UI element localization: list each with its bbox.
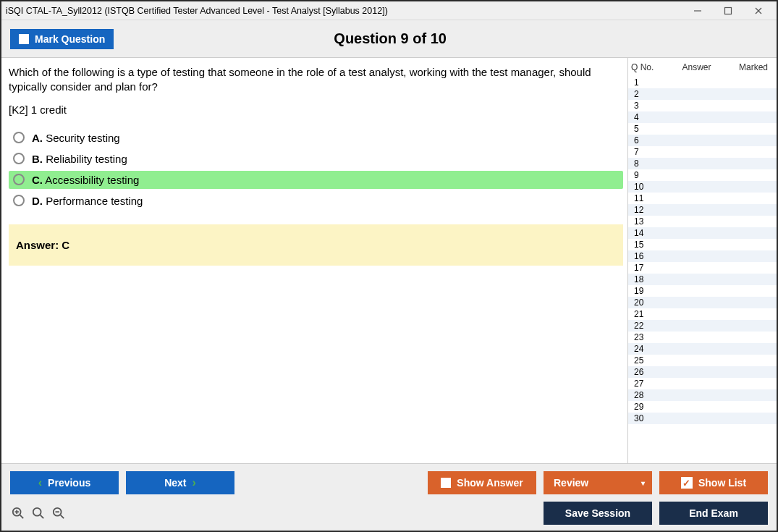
- end-exam-button[interactable]: End Exam: [659, 502, 768, 525]
- save-session-button[interactable]: Save Session: [544, 502, 652, 525]
- svg-point-8: [33, 508, 41, 516]
- footer-row-1: ‹ Previous Next › Show Answer Review ▾ ✓…: [10, 471, 768, 494]
- end-exam-label: End Exam: [689, 507, 738, 519]
- navigator-row[interactable]: 19: [628, 285, 777, 297]
- maximize-button[interactable]: [719, 4, 737, 18]
- navigator-row[interactable]: 9: [628, 169, 777, 181]
- option-label: A. Security testing: [32, 132, 120, 144]
- checkbox-checked-icon: ✓: [681, 477, 693, 489]
- navigator-row[interactable]: 10: [628, 181, 777, 193]
- title-bar: iSQI CTAL-TA_Syll2012 (ISTQB Certified T…: [1, 1, 777, 20]
- navigator-header: Q No. Answer Marked: [628, 58, 777, 77]
- mark-question-label: Mark Question: [35, 33, 105, 45]
- answer-box: Answer: C: [9, 224, 623, 266]
- svg-line-11: [61, 515, 64, 519]
- question-text: Which of the following is a type of test…: [9, 65, 623, 95]
- navigator-row[interactable]: 4: [628, 111, 777, 123]
- navigator-row[interactable]: 20: [628, 297, 777, 308]
- app-window: iSQI CTAL-TA_Syll2012 (ISTQB Certified T…: [0, 0, 778, 532]
- navigator-row[interactable]: 28: [628, 389, 777, 401]
- navigator-row[interactable]: 8: [628, 158, 777, 169]
- checkbox-icon: [441, 478, 451, 488]
- navigator-row[interactable]: 16: [628, 250, 777, 262]
- option-b[interactable]: B. Reliability testing: [9, 150, 623, 168]
- next-button[interactable]: Next ›: [126, 471, 234, 494]
- option-a[interactable]: A. Security testing: [9, 129, 623, 147]
- option-label: D. Performance testing: [32, 195, 143, 207]
- radio-icon: [13, 195, 25, 206]
- navigator-row[interactable]: 18: [628, 274, 777, 285]
- minimize-button[interactable]: [688, 4, 707, 18]
- mark-question-button[interactable]: Mark Question: [10, 29, 114, 49]
- navigator-row[interactable]: 13: [628, 216, 777, 227]
- col-marked: Marked: [733, 62, 774, 72]
- navigator-row[interactable]: 30: [628, 413, 777, 424]
- show-answer-button[interactable]: Show Answer: [428, 471, 536, 494]
- radio-icon: [13, 174, 25, 185]
- option-label: C. Accessibility testing: [32, 174, 139, 186]
- review-label: Review: [554, 477, 588, 489]
- navigator-row[interactable]: 25: [628, 355, 777, 366]
- navigator-row[interactable]: 7: [628, 146, 777, 158]
- option-c[interactable]: C. Accessibility testing: [9, 171, 623, 189]
- navigator-row[interactable]: 24: [628, 343, 777, 355]
- show-answer-label: Show Answer: [457, 477, 523, 489]
- navigator-row[interactable]: 15: [628, 239, 777, 250]
- review-dropdown[interactable]: Review ▾: [544, 471, 652, 494]
- question-navigator: Q No. Answer Marked 12345678910111213141…: [627, 58, 777, 463]
- previous-button[interactable]: ‹ Previous: [10, 471, 119, 494]
- close-button[interactable]: [749, 4, 768, 18]
- zoom-in-button[interactable]: [10, 505, 26, 521]
- col-qno: Q No.: [631, 62, 660, 72]
- radio-icon: [13, 153, 25, 164]
- navigator-row[interactable]: 29: [628, 401, 777, 413]
- zoom-controls: [10, 505, 67, 521]
- footer-row-2: Save Session End Exam: [10, 502, 768, 525]
- options-list: A. Security testingB. Reliability testin…: [9, 129, 623, 210]
- save-session-label: Save Session: [565, 507, 630, 519]
- show-list-label: Show List: [698, 477, 746, 489]
- navigator-row[interactable]: 21: [628, 308, 777, 320]
- next-label: Next: [164, 477, 186, 489]
- option-label: B. Reliability testing: [32, 153, 127, 165]
- navigator-list[interactable]: 1234567891011121314151617181920212223242…: [628, 77, 777, 463]
- window-controls: [688, 4, 772, 18]
- col-answer: Answer: [660, 62, 733, 72]
- navigator-row[interactable]: 5: [628, 123, 777, 135]
- svg-line-9: [41, 515, 44, 519]
- show-list-button[interactable]: ✓ Show List: [659, 471, 768, 494]
- navigator-row[interactable]: 2: [628, 88, 777, 100]
- navigator-row[interactable]: 14: [628, 227, 777, 239]
- navigator-row[interactable]: 27: [628, 378, 777, 389]
- question-counter: Question 9 of 10: [114, 30, 667, 47]
- navigator-row[interactable]: 23: [628, 332, 777, 343]
- chevron-right-icon: ›: [193, 476, 196, 489]
- navigator-row[interactable]: 11: [628, 193, 777, 204]
- question-panel: Which of the following is a type of test…: [1, 58, 627, 463]
- svg-line-5: [20, 515, 24, 519]
- navigator-row[interactable]: 12: [628, 204, 777, 216]
- option-d[interactable]: D. Performance testing: [9, 192, 623, 210]
- navigator-row[interactable]: 6: [628, 135, 777, 146]
- navigator-row[interactable]: 26: [628, 366, 777, 378]
- question-credit: [K2] 1 credit: [9, 104, 623, 116]
- zoom-out-button[interactable]: [51, 505, 67, 521]
- radio-icon: [13, 132, 25, 143]
- header-bar: Mark Question Question 9 of 10: [1, 20, 777, 58]
- navigator-row[interactable]: 3: [628, 100, 777, 111]
- chevron-down-icon: ▾: [641, 479, 645, 487]
- zoom-reset-button[interactable]: [30, 505, 46, 521]
- previous-label: Previous: [48, 477, 90, 489]
- navigator-row[interactable]: 1: [628, 77, 777, 88]
- checkbox-icon: [19, 34, 29, 44]
- footer: ‹ Previous Next › Show Answer Review ▾ ✓…: [1, 463, 777, 531]
- content-area: Which of the following is a type of test…: [1, 58, 777, 463]
- window-title: iSQI CTAL-TA_Syll2012 (ISTQB Certified T…: [6, 6, 688, 16]
- chevron-left-icon: ‹: [38, 476, 42, 489]
- navigator-row[interactable]: 17: [628, 262, 777, 274]
- svg-rect-1: [725, 7, 732, 14]
- navigator-row[interactable]: 22: [628, 320, 777, 332]
